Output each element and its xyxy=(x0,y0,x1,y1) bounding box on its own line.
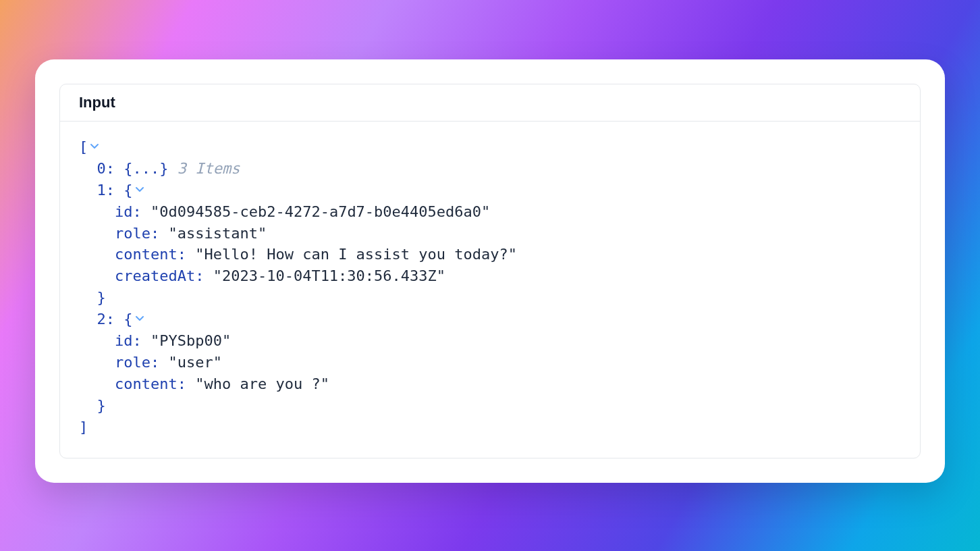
json-item-1-id: id: "0d094585-ceb2-4272-a7d7-b0e4405ed6a… xyxy=(79,201,901,223)
json-array-open[interactable]: [ xyxy=(79,136,901,158)
json-viewer: [ 0: {...} 3 Items 1: { id: "0d094585-ce… xyxy=(60,122,920,458)
card: Input [ 0: {...} 3 Items 1: { id: "0d094… xyxy=(35,59,945,483)
json-item-1-role: role: "assistant" xyxy=(79,223,901,244)
json-item-2-role: role: "user" xyxy=(79,352,901,373)
json-array-close: ] xyxy=(79,417,901,438)
json-item-0-collapsed[interactable]: 0: {...} 3 Items xyxy=(79,158,901,180)
chevron-down-icon[interactable] xyxy=(134,184,145,195)
json-item-1-content: content: "Hello! How can I assist you to… xyxy=(79,244,901,265)
json-item-2-id: id: "PYSbp00" xyxy=(79,330,901,352)
chevron-down-icon[interactable] xyxy=(134,313,145,324)
json-item-2-open[interactable]: 2: { xyxy=(79,309,901,330)
json-item-2-content: content: "who are you ?" xyxy=(79,373,901,395)
input-panel: Input [ 0: {...} 3 Items 1: { id: "0d094… xyxy=(59,84,921,458)
json-item-1-open[interactable]: 1: { xyxy=(79,180,901,201)
panel-title: Input xyxy=(60,84,920,122)
json-item-1-close: } xyxy=(79,287,901,309)
json-item-2-close: } xyxy=(79,395,901,417)
chevron-down-icon[interactable] xyxy=(89,141,100,152)
json-item-1-createdAt: createdAt: "2023-10-04T11:30:56.433Z" xyxy=(79,265,901,287)
